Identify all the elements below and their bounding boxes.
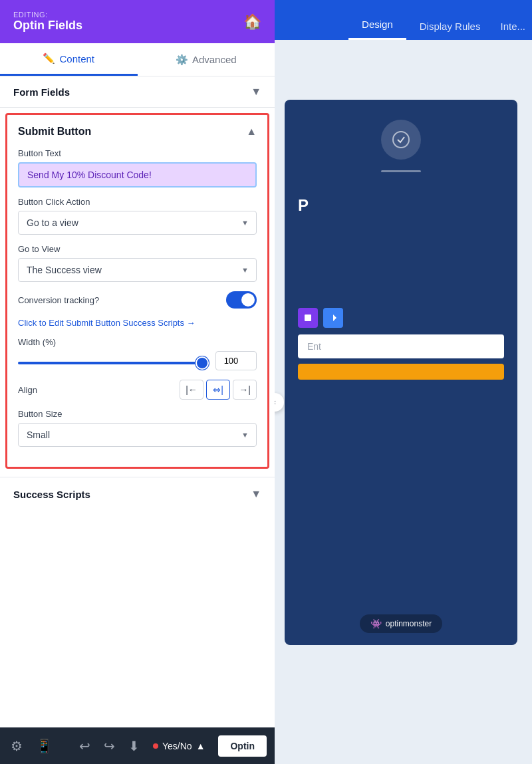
width-row (18, 351, 257, 370)
width-number-input[interactable] (215, 351, 257, 370)
align-label: Align (18, 385, 37, 395)
button-click-action-select[interactable]: Go to a view Submit Form Close Popup (18, 211, 257, 235)
go-to-view-select[interactable]: The Success view Default view (18, 258, 257, 282)
conversion-tracking-row: Conversion tracking? (18, 291, 257, 309)
redo-icon[interactable]: ↪ (104, 738, 115, 754)
edit-scripts-link[interactable]: Click to Edit Submit Button Success Scri… (18, 318, 257, 328)
om-badge: 👾 optinmonster (360, 614, 442, 633)
preview-icon-box-blue (323, 308, 343, 328)
svg-rect-1 (305, 315, 311, 321)
preview-form-area: P Ent (298, 196, 504, 380)
tab-advanced[interactable]: ⚙️ Advanced (138, 43, 275, 76)
yes-no-chevron-icon: ▲ (196, 741, 205, 751)
button-click-action-label: Button Click Action (18, 197, 257, 207)
go-to-view-label: Go to View (18, 244, 257, 254)
go-to-view-select-wrapper: The Success view Default view (18, 258, 257, 282)
form-fields-chevron-icon: ▼ (251, 86, 261, 98)
button-click-action-select-wrapper: Go to a view Submit Form Close Popup (18, 211, 257, 235)
conversion-tracking-toggle[interactable] (226, 291, 257, 309)
right-preview-panel: ‹ P (275, 40, 532, 764)
align-center-button[interactable]: ⇔| (206, 380, 230, 400)
left-panel: EDITING: Optin Fields 🏠 ✏️ Content ⚙️ Ad… (0, 0, 275, 764)
button-size-select-wrapper: Small Medium Large (18, 423, 257, 447)
content-tab-label: Content (59, 53, 94, 64)
button-size-label: Button Size (18, 409, 257, 419)
width-slider[interactable] (18, 362, 209, 364)
preview-form-controls: Ent (298, 308, 504, 380)
width-number-wrapper (215, 351, 257, 370)
advanced-tab-icon: ⚙️ (176, 54, 188, 66)
om-badge-text: optinmonster (386, 619, 432, 628)
width-slider-container (18, 355, 209, 367)
editing-bar: EDITING: Optin Fields 🏠 (0, 0, 275, 43)
tab-display-rules[interactable]: Display Rules (406, 15, 494, 40)
collapse-panel-arrow[interactable]: ‹ (275, 393, 284, 412)
preview-top-icon (381, 120, 421, 160)
width-field-group: Width (%) (18, 337, 257, 370)
content-tab-icon: ✏️ (43, 53, 55, 64)
success-scripts-title: Success Scripts (13, 489, 90, 500)
go-to-view-field-group: Go to View The Success view Default view (18, 244, 257, 282)
button-text-input[interactable] (18, 162, 257, 188)
form-fields-section-header[interactable]: Form Fields ▼ (0, 76, 275, 108)
preview-footer: 👾 optinmonster (298, 614, 504, 633)
download-icon[interactable]: ⬇ (128, 738, 140, 754)
preview-icons-row (298, 308, 504, 328)
mobile-icon[interactable]: 📱 (36, 738, 53, 754)
width-label: Width (%) (18, 337, 257, 347)
editing-info: EDITING: Optin Fields (13, 11, 82, 33)
success-scripts-section[interactable]: Success Scripts ▼ (0, 477, 275, 511)
button-text-field-group: Button Text (18, 148, 257, 188)
preview-divider (381, 170, 421, 172)
preview-headline: P (298, 196, 504, 215)
preview-icon-box-purple (298, 308, 318, 328)
editing-title: Optin Fields (13, 19, 82, 32)
settings-icon[interactable]: ⚙ (11, 738, 23, 754)
advanced-tab-label: Advanced (192, 54, 237, 65)
preview-card: P Ent (285, 100, 517, 645)
optin-button[interactable]: Optin (218, 735, 267, 757)
button-size-field-group: Button Size Small Medium Large (18, 409, 257, 447)
home-icon[interactable]: 🏠 (243, 13, 261, 31)
red-dot-icon (153, 743, 158, 749)
submit-section-header: Submit Button ▲ (18, 126, 257, 138)
preview-input-placeholder: Ent (298, 334, 504, 358)
preview-submit-button (298, 364, 504, 380)
yes-no-button[interactable]: Yes/No ▲ (153, 741, 205, 751)
svg-point-0 (393, 132, 409, 148)
editing-label: EDITING: (13, 11, 82, 19)
yes-no-label: Yes/No (162, 741, 192, 751)
button-text-label: Button Text (18, 148, 257, 158)
panel-tabs: ✏️ Content ⚙️ Advanced (0, 43, 275, 76)
button-size-select[interactable]: Small Medium Large (18, 423, 257, 447)
button-click-action-field-group: Button Click Action Go to a view Submit … (18, 197, 257, 235)
align-buttons: |← ⇔| →| (180, 380, 257, 400)
bottom-toolbar: ⚙ 📱 ↩ ↪ ⬇ Yes/No ▲ Optin (0, 727, 275, 764)
tab-content[interactable]: ✏️ Content (0, 43, 138, 76)
align-row: Align |← ⇔| →| (18, 380, 257, 400)
success-scripts-chevron-icon: ▼ (251, 488, 261, 500)
tab-integrations[interactable]: Inte... (493, 15, 532, 40)
conversion-tracking-label: Conversion tracking? (18, 295, 99, 305)
tab-design[interactable]: Design (348, 13, 406, 40)
align-right-button[interactable]: →| (233, 380, 257, 400)
header-tabs: Design Display Rules Inte... (348, 0, 532, 40)
align-left-button[interactable]: |← (180, 380, 203, 400)
undo-icon[interactable]: ↩ (79, 738, 90, 754)
submit-button-section: Submit Button ▲ Button Text Button Click… (5, 113, 269, 469)
submit-section-chevron-up-icon[interactable]: ▲ (246, 126, 257, 138)
form-fields-title: Form Fields (13, 86, 70, 98)
submit-section-title: Submit Button (18, 126, 91, 138)
